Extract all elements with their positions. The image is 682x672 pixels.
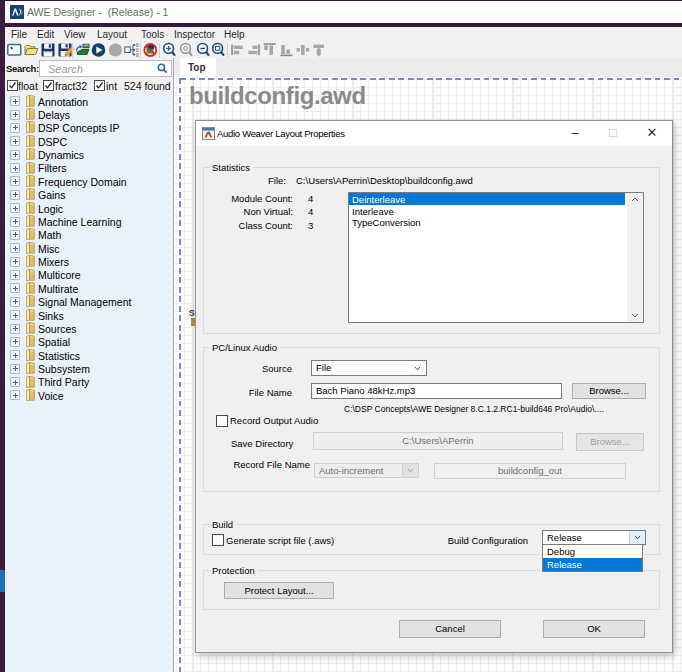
svg-text:0: 0 bbox=[136, 53, 139, 58]
